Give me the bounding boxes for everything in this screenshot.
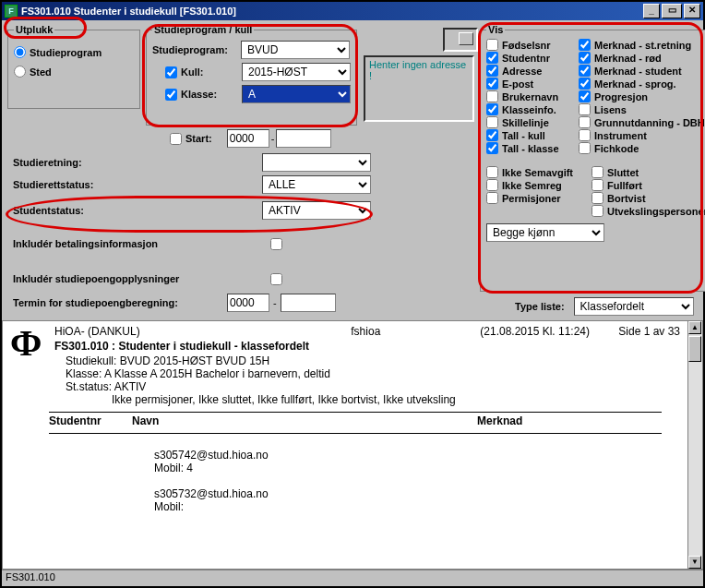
vis-checkbox[interactable]	[579, 39, 591, 51]
col-merknad: Merknad	[477, 414, 662, 427]
start-label: Start:	[185, 133, 212, 144]
vis-checkbox[interactable]	[486, 179, 498, 191]
studentstatus-label: Studentstatus:	[13, 205, 133, 216]
vis-checkbox[interactable]	[579, 142, 591, 154]
kull-checkbox[interactable]	[165, 66, 177, 78]
vis-checkbox[interactable]	[579, 90, 591, 102]
vis-option-label: Fødselsnr	[502, 40, 551, 51]
klasse-checkbox[interactable]	[165, 89, 177, 101]
kjonn-select[interactable]: Begge kjønn	[486, 223, 604, 242]
vis-option: Bortvist	[591, 192, 702, 204]
studiepoeng-checkbox[interactable]	[270, 273, 282, 285]
report-sys: fshioa	[351, 325, 480, 338]
studieprogram-label: Studieprogram:	[152, 44, 235, 55]
type-liste-select[interactable]: Klassefordelt	[574, 297, 694, 316]
close-button[interactable]: ✕	[684, 4, 700, 18]
vis-checkbox[interactable]	[486, 78, 498, 90]
row-mobil: Mobil: 4	[154, 462, 680, 474]
vis-option-label: Grunnutdanning - DBH	[594, 117, 705, 128]
maximize-button[interactable]: ▭	[662, 4, 682, 18]
vis-checkbox[interactable]	[486, 192, 498, 204]
vis-checkbox[interactable]	[486, 166, 498, 178]
spkull-group: Studieprogram / kull Studieprogram: BVUD…	[146, 24, 357, 126]
vis-checkbox[interactable]	[579, 103, 591, 115]
vis-checkbox[interactable]	[486, 142, 498, 154]
klasse-label: Klasse:	[181, 89, 242, 100]
termin-term-input[interactable]	[281, 294, 336, 312]
vis-option: Ikke Semreg	[486, 179, 588, 191]
vis-option-label: Merknad - st.retning	[594, 40, 691, 51]
vis-option-label: Lisens	[594, 104, 627, 115]
vis-option: Ikke Semavgift	[486, 166, 588, 178]
vis-option-label: Ikke Semavgift	[502, 167, 573, 178]
report-kull-line: Studiekull: BVUD 2015-HØST BVUD 15H	[66, 354, 680, 367]
vis-option-label: Permisjoner	[502, 193, 561, 204]
utplukk-legend: Utplukk	[14, 24, 54, 35]
vis-option-label: Skillelinje	[502, 117, 549, 128]
vis-option: Progresjon	[579, 90, 700, 102]
klasse-select[interactable]: A	[242, 85, 351, 103]
studentstatus-select[interactable]: AKTIV	[262, 201, 371, 220]
scroll-down-button[interactable]: ▼	[688, 556, 701, 569]
studieprogram-select[interactable]: BVUD	[241, 41, 350, 59]
spkull-legend: Studieprogram / kull	[152, 24, 254, 35]
mini-toolbar[interactable]	[443, 28, 478, 52]
start-checkbox[interactable]	[170, 133, 182, 145]
radio-studieprogram[interactable]	[14, 46, 26, 58]
radio-sted[interactable]	[14, 66, 26, 78]
vis-legend: Vis	[486, 24, 505, 35]
vis-option: Merknad - sprog.	[579, 78, 700, 90]
scrollbar-vertical[interactable]: ▲ ▼	[687, 321, 702, 569]
vis-option: Skillelinje	[486, 116, 575, 128]
vis-checkbox[interactable]	[486, 39, 498, 51]
vis-checkbox[interactable]	[579, 65, 591, 77]
vis-checkbox[interactable]	[591, 205, 603, 217]
studiepoeng-label: Inkludér studiepoengopplysninger	[13, 273, 179, 284]
vis-option: Brukernavn	[486, 90, 575, 102]
studieretning-label: Studieretning:	[13, 157, 133, 168]
vis-option: Fullført	[591, 179, 702, 191]
vis-checkbox[interactable]	[579, 116, 591, 128]
vis-option: Lisens	[579, 103, 700, 115]
betaling-checkbox[interactable]	[270, 238, 282, 250]
report-klasse-line: Klasse: A Klasse A 2015H Bachelor i barn…	[66, 367, 680, 380]
vis-checkbox[interactable]	[486, 90, 498, 102]
utplukk-group: Utplukk Studieprogram Sted	[7, 24, 140, 109]
kull-select[interactable]: 2015-HØST	[242, 63, 351, 81]
vis-checkbox[interactable]	[591, 166, 603, 178]
vis-option-label: Tall - klasse	[502, 143, 559, 154]
vis-checkbox[interactable]	[486, 103, 498, 115]
vis-checkbox[interactable]	[579, 52, 591, 64]
studierettstatus-select[interactable]: ALLE	[262, 175, 371, 194]
report-pane: Ф HiOA- (DANKUL) fshioa (21.08.2015 Kl. …	[2, 320, 703, 570]
status-bar: FS301.010	[2, 570, 703, 586]
vis-checkbox[interactable]	[486, 65, 498, 77]
vis-checkbox[interactable]	[591, 179, 603, 191]
vis-checkbox[interactable]	[591, 192, 603, 204]
vis-option-label: Klasseinfo.	[502, 104, 556, 115]
studierettstatus-label: Studierettstatus:	[13, 179, 133, 190]
vis-checkbox[interactable]	[486, 129, 498, 141]
window-title: FS301.010 Studenter i studiekull [FS301.…	[21, 6, 641, 17]
termin-year-input[interactable]	[227, 294, 269, 312]
kull-label: Kull:	[181, 66, 242, 78]
scroll-thumb[interactable]	[688, 336, 701, 362]
vis-option-label: Merknad - sprog.	[594, 78, 676, 90]
vis-option-label: E-post	[502, 78, 533, 90]
vis-option: Fødselsnr	[486, 39, 575, 51]
vis-option-label: Fichkode	[594, 143, 639, 154]
vis-option: Permisjoner	[486, 192, 588, 204]
start-term-input[interactable]	[276, 129, 331, 148]
studieretning-select[interactable]	[262, 153, 371, 172]
radio-studieprogram-label: Studieprogram	[30, 47, 102, 58]
vis-option-label: Studentnr	[502, 53, 550, 64]
scroll-up-button[interactable]: ▲	[688, 321, 701, 334]
row-mobil: Mobil:	[154, 500, 680, 513]
vis-checkbox[interactable]	[486, 116, 498, 128]
vis-checkbox[interactable]	[486, 52, 498, 64]
vis-checkbox[interactable]	[579, 78, 591, 90]
type-liste-label: Type liste:	[515, 301, 565, 312]
start-year-input[interactable]	[227, 129, 269, 148]
minimize-button[interactable]: _	[643, 4, 660, 18]
vis-checkbox[interactable]	[579, 129, 591, 141]
